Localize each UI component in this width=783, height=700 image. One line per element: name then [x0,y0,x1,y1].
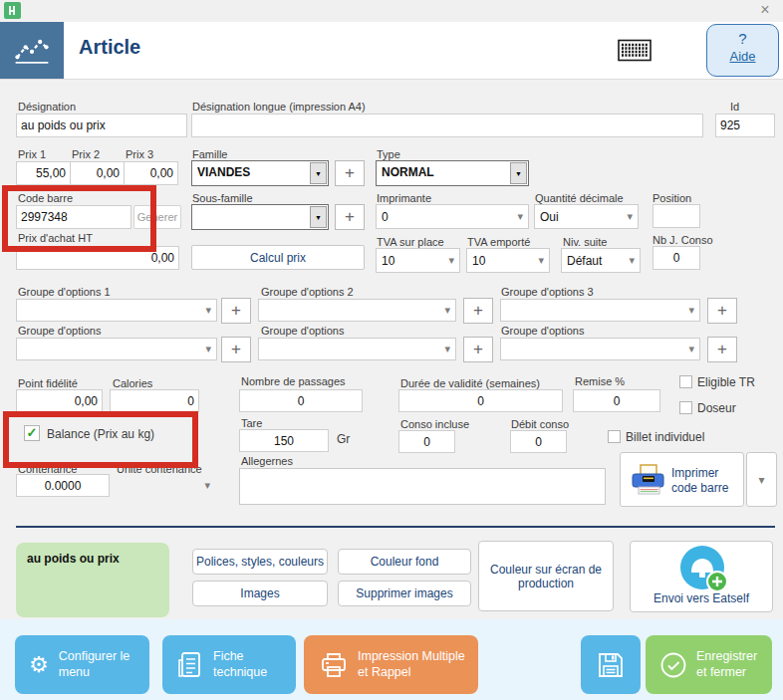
chevron-down-icon[interactable]: ▼ [510,162,527,184]
imprimante-select[interactable]: 0 ▾ [376,204,529,229]
tva-emporte-label: TVA emporté [467,236,530,248]
imprimer-code-barre-label: Imprimer code barre [671,466,737,496]
images-button[interactable]: Images [192,581,328,606]
tare-input[interactable] [239,429,329,452]
prix3-label: Prix 3 [126,148,153,160]
polices-styles-couleurs-button[interactable]: Polices, styles, couleurs [192,549,328,575]
app-icon [4,2,21,19]
prix2-label: Prix 2 [72,148,100,160]
groupe4-label: Groupe d'options [18,325,101,337]
nombre-passages-label: Nombre de passages [241,375,346,387]
prix2-input[interactable] [70,161,125,185]
doseur-label: Doseur [697,401,736,415]
chevron-down-icon[interactable]: ▼ [310,162,327,184]
help-button[interactable]: ? Aide [706,24,779,77]
designation-longue-input[interactable] [191,114,703,137]
groupe4-select[interactable]: ▾ [16,338,217,360]
tva-sur-place-select[interactable]: 10 ▾ [376,248,460,273]
couleur-ecran-production-button[interactable]: Couleur sur écran de production [478,541,614,611]
sous-famille-label: Sous-famille [192,192,253,204]
quantite-decimale-label: Quantité décimale [535,192,624,204]
calories-label: Calories [113,377,152,389]
allergenes-textarea[interactable] [239,468,606,505]
imprimer-dropdown-arrow[interactable]: ▾ [746,452,777,507]
nombre-passages-input[interactable] [239,389,363,412]
type-select[interactable]: NORMAL ▼ [376,160,529,186]
configurer-menu-button[interactable]: ⚙ Configurer le menu [15,635,149,694]
tva-sur-place-label: TVA sur place [377,236,444,248]
envoi-eatself-label: Envoi vers Eatself [631,591,772,605]
add-famille-button[interactable]: + [335,160,365,186]
billet-individuel-checkbox[interactable] [608,430,621,443]
chevron-down-icon[interactable]: ▼ [310,206,327,228]
supprimer-images-button[interactable]: Supprimer images [338,581,471,606]
couleur-fond-button[interactable]: Couleur fond [338,549,471,575]
article-preview-tile: au poids ou prix [16,543,169,617]
generer-button[interactable]: Generer [133,205,181,229]
chevron-down-icon: ▾ [688,304,694,317]
id-input[interactable] [715,114,775,137]
doseur-checkbox[interactable] [679,401,692,414]
balance-label: Balance (Prix au kg) [47,427,154,441]
famille-select[interactable]: VIANDES ▼ [191,160,329,186]
keyboard-icon[interactable] [618,39,652,66]
groupe6-select[interactable]: ▾ [500,338,700,360]
prix3-input[interactable] [124,161,178,185]
duree-validite-input[interactable] [398,389,563,412]
niv-suite-label: Niv. suite [563,236,607,248]
code-barre-input[interactable] [16,205,131,229]
add-groupe3-button[interactable]: + [707,298,737,324]
tva-emporte-select[interactable]: 10 ▾ [466,248,550,273]
impression-multiple-button[interactable]: Impression Multiple et Rappel [304,635,478,694]
prix-achat-input[interactable] [16,246,179,270]
groupe2-select[interactable]: ▾ [258,299,456,322]
nb-j-conso-label: Nb J. Conso [652,234,713,246]
add-groupe4-button[interactable]: + [221,337,251,362]
groupe1-select[interactable]: ▾ [16,299,217,322]
point-fidelite-label: Point fidélité [18,377,78,389]
point-fidelite-input[interactable] [16,389,103,412]
contenance-input[interactable] [16,474,110,497]
add-groupe5-button[interactable]: + [463,337,493,362]
niv-suite-select[interactable]: Défaut ▾ [561,248,641,273]
help-label: Aide [707,49,778,64]
groupe5-select[interactable]: ▾ [258,338,456,360]
add-groupe2-button[interactable]: + [463,298,493,324]
quantite-decimale-select[interactable]: Oui ▾ [534,204,639,229]
remise-input[interactable] [573,389,660,412]
position-input[interactable] [652,204,700,228]
nb-j-conso-input[interactable] [652,246,700,270]
imprimer-code-barre-button[interactable]: Imprimer code barre [620,452,744,507]
add-groupe1-button[interactable]: + [221,298,251,324]
chevron-down-icon: ▾ [538,254,544,267]
save-button[interactable] [581,635,641,694]
close-icon[interactable]: × [753,0,777,22]
prix1-label: Prix 1 [18,148,46,160]
allergenes-label: Allegernes [241,455,293,467]
article-window: × Article ? Aide Désigna [0,0,783,700]
fiche-technique-button[interactable]: Fiche technique [162,635,296,694]
calcul-prix-button[interactable]: Calcul prix [191,245,365,270]
conso-incluse-input[interactable] [398,430,455,453]
calories-input[interactable] [110,389,199,412]
add-groupe6-button[interactable]: + [707,337,737,362]
chevron-down-icon: ▾ [629,254,635,267]
designation-input[interactable] [16,114,187,137]
gear-icon: ⚙ [29,651,49,679]
printer-outline-icon [320,652,348,678]
groupe3-select[interactable]: ▾ [500,299,700,322]
fiche-technique-label: Fiche technique [213,649,283,680]
enregistrer-fermer-button[interactable]: Enregistrer et fermer [646,635,772,694]
debit-conso-input[interactable] [510,430,567,453]
sous-famille-select[interactable]: ▼ [191,204,329,230]
eligible-tr-label: Eligible TR [697,375,755,389]
title-bar: × [0,0,783,22]
balance-checkbox[interactable]: ✓ [24,425,40,441]
chevron-down-icon: ▾ [627,210,633,223]
add-sous-famille-button[interactable]: + [335,204,365,230]
envoi-eatself-button[interactable]: Envoi vers Eatself [630,541,773,612]
chevron-down-icon: ▾ [204,479,210,492]
eligible-tr-checkbox[interactable] [679,375,692,388]
unite-contenance-select[interactable]: ▾ [116,474,216,497]
prix1-input[interactable] [16,161,71,185]
